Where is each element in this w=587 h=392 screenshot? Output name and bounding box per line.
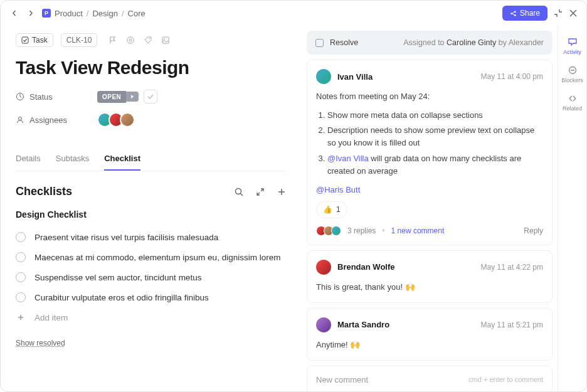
svg-point-4: [127, 37, 134, 43]
svg-point-6: [149, 38, 151, 40]
svg-point-10: [19, 117, 22, 120]
show-resolved-link[interactable]: Show resolved: [16, 339, 287, 347]
avatar: [316, 260, 331, 275]
comment: Ivan Villa May 11 at 4:00 pm Notes from …: [307, 60, 553, 245]
share-button[interactable]: Share: [502, 6, 547, 21]
avatar: [120, 112, 135, 127]
nav-back[interactable]: [9, 8, 19, 18]
tab-details[interactable]: Details: [16, 147, 41, 171]
status-icon: [16, 92, 24, 101]
checklist-group-name: Design Checklist: [16, 209, 287, 220]
chat-icon: [568, 37, 578, 47]
avatar: [316, 69, 331, 84]
task-id[interactable]: CLK-10: [61, 33, 98, 47]
assigned-to-text: Assigned to Caroline Ginty by Alexander: [403, 38, 544, 47]
new-comment-input[interactable]: New comment cmd + enter to comment: [307, 366, 553, 392]
avatar: [316, 317, 331, 332]
check-circle-icon[interactable]: [16, 252, 26, 262]
share-icon: [510, 10, 517, 17]
add-checklist-icon[interactable]: [277, 187, 287, 197]
tag-icon[interactable]: [144, 36, 152, 45]
checklist-item[interactable]: Maecenas at mi commodo, elementum ipsum …: [16, 247, 287, 267]
svg-rect-3: [22, 37, 28, 43]
tab-subtasks[interactable]: Subtasks: [56, 147, 89, 171]
breadcrumb-part[interactable]: Core: [128, 9, 145, 18]
assignees-avatars[interactable]: [97, 112, 135, 127]
mention-icon[interactable]: [126, 36, 135, 45]
flag-icon[interactable]: [108, 36, 117, 45]
blocker-icon: [568, 65, 578, 75]
person-icon: [16, 115, 24, 124]
composer-hint: cmd + enter to comment: [468, 376, 543, 383]
checklist-item[interactable]: Curabitur vulputate eros et odio fringil…: [16, 287, 287, 307]
mention[interactable]: @Haris Butt: [316, 185, 360, 194]
comment-author-name: Brendan Wolfe: [337, 262, 395, 272]
checklist-item[interactable]: Praesent vitae risus vel turpis facilisi…: [16, 227, 287, 247]
image-icon[interactable]: [161, 36, 170, 45]
mention[interactable]: @Ivan Villa: [327, 154, 369, 163]
comment-author-name: Marta Sandro: [337, 320, 389, 329]
task-type-badge[interactable]: Task: [16, 33, 53, 47]
breadcrumb: P Product / Design / Core: [42, 9, 145, 18]
task-icon: [21, 36, 29, 44]
resolve-checkbox[interactable]: [315, 39, 324, 47]
reaction-button[interactable]: 👍1: [316, 201, 347, 218]
comment-time: May 11 at 4:00 pm: [481, 72, 543, 81]
status-next-button[interactable]: [126, 92, 139, 102]
task-title: Task View Redesign: [16, 57, 287, 78]
check-circle-icon[interactable]: [16, 232, 26, 242]
resolve-label: Resolve: [330, 38, 358, 47]
rail-activity[interactable]: Activity: [558, 33, 586, 59]
comment: Marta Sandro May 11 at 5:21 pm Anytime! …: [307, 308, 553, 361]
svg-point-11: [236, 188, 241, 194]
breadcrumb-part[interactable]: Product: [55, 9, 83, 18]
comment-time: May 11 at 5:21 pm: [481, 320, 543, 329]
comment-author-name: Ivan Villa: [337, 72, 373, 82]
search-icon[interactable]: [234, 187, 244, 197]
comment-time: May 11 at 4:22 pm: [481, 263, 543, 272]
svg-point-8: [164, 38, 165, 40]
add-item-button[interactable]: Add item: [16, 307, 287, 327]
check-circle-icon[interactable]: [16, 272, 26, 282]
avatar: [331, 226, 341, 236]
status-value[interactable]: OPEN: [97, 91, 126, 103]
check-circle-icon[interactable]: [16, 292, 26, 302]
tab-checklist[interactable]: Checklist: [104, 147, 140, 171]
status-complete-button[interactable]: [144, 90, 157, 103]
comment: Brendan Wolfe May 11 at 4:22 pm This is …: [307, 250, 553, 303]
related-icon: [568, 93, 578, 103]
svg-rect-7: [162, 37, 169, 43]
replies-count[interactable]: 3 replies: [347, 226, 376, 235]
nav-forward[interactable]: [26, 8, 36, 18]
reply-button[interactable]: Reply: [524, 226, 543, 235]
checklists-heading: Checklists: [16, 185, 72, 198]
rail-blockers[interactable]: Blockers: [558, 61, 586, 87]
workspace-logo: P: [42, 9, 51, 18]
expand-icon[interactable]: [255, 187, 265, 197]
rail-related[interactable]: Related: [558, 90, 586, 115]
new-comment-link[interactable]: 1 new comment: [391, 226, 445, 235]
breadcrumb-part[interactable]: Design: [92, 9, 117, 18]
svg-point-5: [129, 39, 132, 41]
collapse-icon[interactable]: [554, 9, 563, 18]
close-icon[interactable]: [569, 9, 578, 18]
plus-icon: [16, 312, 26, 322]
checklist-item[interactable]: Suspendisse vel sem auctor, tincidunt me…: [16, 267, 287, 287]
